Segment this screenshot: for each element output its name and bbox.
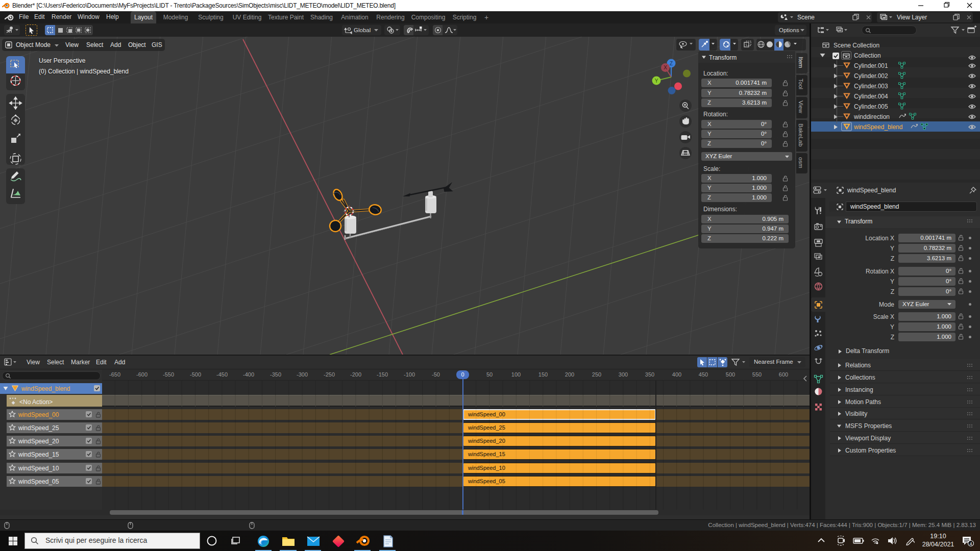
svg-text:Y: Y [655, 78, 658, 84]
svg-text:4: 4 [969, 541, 972, 546]
svg-text:Z: Z [670, 61, 673, 66]
svg-text:X: X [664, 65, 667, 70]
